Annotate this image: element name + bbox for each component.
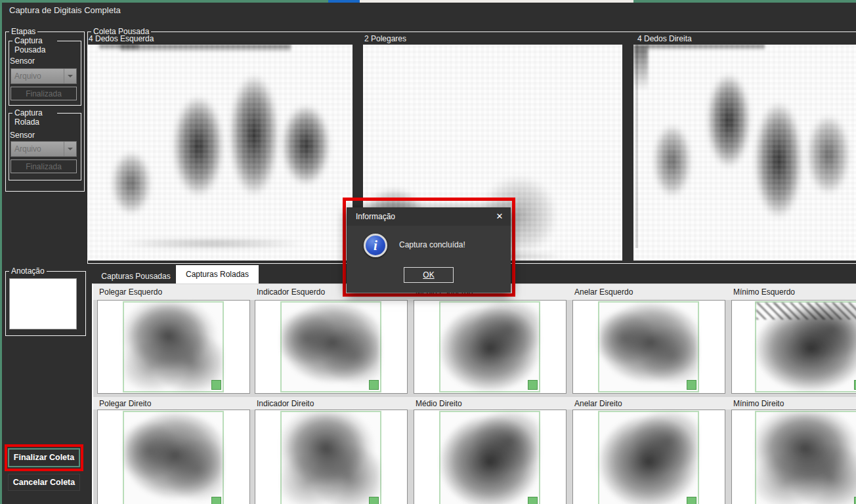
etapas-label: Etapas [9, 27, 37, 36]
close-icon[interactable]: ✕ [488, 207, 511, 226]
fingerprint-image [171, 93, 225, 200]
quality-indicator-green [211, 497, 221, 504]
rolled-fingerprint-thumbnail [598, 411, 699, 504]
fingerprint-image [110, 150, 152, 217]
scan-noise [114, 239, 310, 248]
finalizar-coleta-button[interactable]: Finalizar Coleta [8, 448, 80, 467]
panel-label-thumbs: 2 Polegares [364, 34, 406, 43]
rolled-fingerprint-thumbnail [439, 411, 540, 504]
fingerprint-image [280, 102, 332, 188]
rolled-fingerprint-thumbnail [280, 301, 381, 392]
rolada-sensor-combo-value: Arquivo [14, 144, 41, 154]
captura-rolada-label: Captura Rolada [12, 108, 57, 127]
dialog-message: Captura concluída! [399, 240, 465, 249]
quality-indicator-green [369, 380, 379, 390]
pousada-finalizada-button[interactable]: Finalizada [11, 87, 77, 100]
tab-capturas-pousadas[interactable]: Capturas Pousadas [96, 269, 176, 284]
dialog-title: Informação [356, 212, 395, 221]
scan-noise [120, 45, 291, 52]
chevron-down-icon [64, 142, 76, 156]
anotacao-label: Anotação [9, 266, 47, 276]
rolled-fingerprint-thumbnail [598, 301, 699, 392]
information-dialog: Informação ✕ i Captura concluída! OK [347, 207, 511, 293]
rolada-sensor-combo[interactable]: Arquivo [11, 141, 77, 157]
rolled-cell-label: Mínimo Esquerdo [733, 287, 795, 297]
window-top-border [0, 0, 328, 3]
rolled-cell-label: Indicador Esquerdo [257, 287, 325, 297]
rolled-cell-label: Médio Direito [416, 399, 462, 408]
fingerprint-image [706, 71, 752, 171]
dialog-titlebar: Informação [347, 207, 511, 226]
window-left-border [0, 0, 2, 504]
rolled-cell-label: Polegar Esquerdo [99, 287, 162, 297]
rolled-fingerprint-thumbnail [755, 301, 856, 392]
quality-indicator-green [687, 497, 696, 504]
rolada-finalizada-button[interactable]: Finalizada [11, 159, 77, 173]
window-top-border [633, 0, 856, 3]
fingerprint-image [805, 113, 851, 197]
cancelar-coleta-button[interactable]: Cancelar Coleta [8, 474, 80, 491]
anotacao-groupbox: Anotação [5, 271, 86, 336]
rolled-fingerprint-thumbnail [439, 301, 540, 392]
scan-noise [633, 45, 648, 91]
pousada-sensor-label: Sensor [10, 56, 35, 66]
fingerprint-image [228, 71, 280, 200]
quality-indicator-green [369, 497, 379, 504]
rolled-cell-label: Indicador Direito [257, 399, 314, 408]
rolled-fingerprint-thumbnail [755, 411, 856, 504]
rolled-cell-label: Mínimo Direito [733, 399, 784, 408]
quality-indicator-green [211, 380, 221, 390]
rolled-fingerprint-thumbnail [123, 411, 224, 504]
window-title: Captura de Digitais Completa [9, 5, 121, 15]
app-window: Captura de Digitais Completa Etapas Capt… [0, 0, 856, 504]
chevron-down-icon [64, 69, 76, 83]
rolled-cell-label: Anelar Esquerdo [574, 287, 633, 297]
window-top-border-light-segment [360, 0, 633, 3]
left-hand-scan-panel [87, 45, 353, 261]
right-hand-scan-panel [633, 45, 856, 261]
anotacao-textarea[interactable] [9, 278, 77, 329]
tab-capturas-roladas[interactable]: Capturas Roladas [176, 265, 259, 284]
rolled-cell-label: Anelar Direito [574, 399, 622, 408]
scan-noise [99, 45, 139, 51]
rolled-fingerprint-thumbnail [123, 301, 224, 392]
panel-label-right-hand: 4 Dedos Direita [637, 34, 692, 43]
rolada-sensor-label: Sensor [10, 131, 35, 140]
info-icon: i [364, 234, 387, 257]
fingerprint-image [652, 122, 693, 200]
window-top-border-blue-segment [328, 0, 360, 3]
quality-indicator-green [528, 380, 538, 390]
pousada-sensor-combo[interactable]: Arquivo [11, 68, 77, 84]
pousada-sensor-combo-value: Arquivo [14, 72, 41, 81]
quality-indicator-green [687, 380, 696, 390]
rolled-fingerprint-thumbnail [280, 411, 381, 504]
captura-pousada-label: Captura Pousada [12, 36, 57, 54]
rolled-cell-label: Polegar Direito [99, 399, 151, 408]
panel-label-left-hand: 4 Dedos Esquerda [89, 34, 154, 43]
quality-indicator-green [528, 497, 538, 504]
ok-button[interactable]: OK [404, 267, 454, 283]
scan-noise [647, 45, 765, 51]
fingerprint-image [753, 98, 804, 222]
